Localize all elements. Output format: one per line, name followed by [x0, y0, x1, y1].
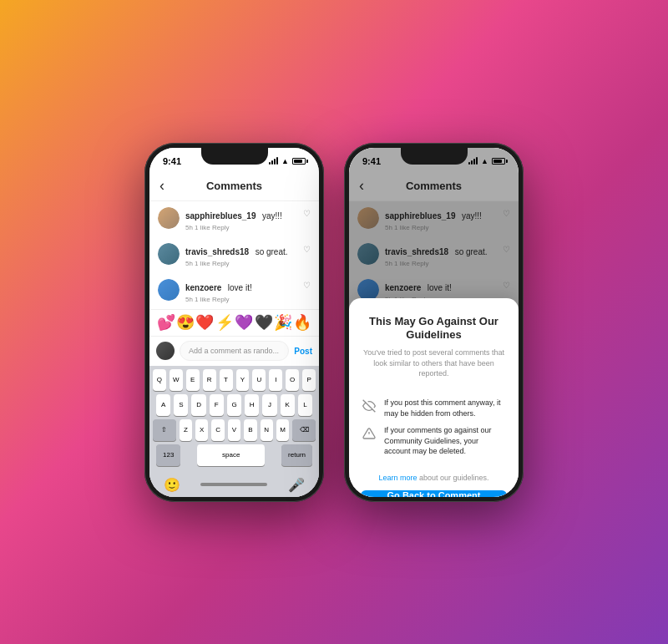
- comment-body: travis_shreds18 so great. 5h 1 like Repl…: [185, 243, 297, 267]
- notch-2: [401, 148, 468, 165]
- warning-triangle-icon: [361, 425, 377, 442]
- comment-input-bar: Add a comment as rando... Post: [149, 336, 319, 366]
- warning-text-1: If you post this comment anyway, it may …: [384, 398, 507, 418]
- phone-1: 9:41 ▲ ‹ Comments: [144, 143, 324, 502]
- emoji-bar: 💕 😍 ❤️ ⚡ 💜 🖤 🎉 🔥: [149, 309, 319, 336]
- phone-2-screen: 9:41 ▲ ‹ Comments: [349, 148, 519, 497]
- comment-body: kenzoere love it! 5h 1 like Reply: [185, 279, 297, 303]
- comment-username: travis_shreds18: [185, 247, 249, 256]
- keyboard-row-1: Q W E R T Y U I O P: [149, 366, 319, 391]
- key-y[interactable]: Y: [236, 369, 250, 391]
- avatar: [158, 207, 180, 229]
- comment-meta: 5h 1 like Reply: [185, 224, 297, 231]
- key-a[interactable]: A: [156, 394, 170, 416]
- user-avatar: [156, 342, 175, 360]
- warning-item-2: If your comments go against our Communit…: [361, 425, 507, 457]
- back-button-1[interactable]: ‹: [159, 177, 164, 195]
- key-delete[interactable]: ⌫: [292, 419, 316, 441]
- guidelines-modal: This May Go Against Our Guidelines You'v…: [349, 298, 519, 497]
- key-c[interactable]: C: [211, 419, 224, 441]
- key-g[interactable]: G: [227, 394, 241, 416]
- comment-username: sapphireblues_19: [185, 211, 256, 221]
- hidden-icon: [361, 398, 377, 414]
- key-f[interactable]: F: [210, 394, 224, 416]
- key-o[interactable]: O: [286, 369, 299, 391]
- emoji-heart[interactable]: ❤️: [195, 313, 214, 332]
- key-123[interactable]: 123: [156, 444, 180, 466]
- phones-container: 9:41 ▲ ‹ Comments: [144, 143, 524, 502]
- comment-text: so great.: [256, 247, 288, 256]
- signal-icon: [269, 157, 278, 165]
- list-item: travis_shreds18 so great. 5h 1 like Repl…: [149, 237, 319, 273]
- warning-text-2: If your comments go against our Communit…: [384, 425, 507, 457]
- modal-subtitle: You've tried to post several comments th…: [361, 347, 507, 379]
- home-indicator: [200, 483, 267, 486]
- key-p[interactable]: P: [302, 369, 316, 391]
- warning-item-1: If you post this comment anyway, it may …: [361, 398, 507, 418]
- list-item: sapphireblues_19 yay!!! 5h 1 like Reply …: [149, 201, 319, 237]
- key-j[interactable]: J: [262, 394, 276, 416]
- notch: [201, 148, 268, 165]
- comment-text: yay!!!: [262, 211, 282, 221]
- input-placeholder: Add a comment as rando...: [189, 347, 279, 355]
- mic-icon[interactable]: 🎤: [288, 477, 305, 493]
- emoji-black[interactable]: 🖤: [255, 313, 273, 332]
- key-shift[interactable]: ⇧: [153, 419, 176, 441]
- battery-icon: [292, 158, 306, 165]
- emoji-love[interactable]: 😍: [176, 313, 195, 332]
- key-v[interactable]: V: [228, 419, 240, 441]
- key-m[interactable]: M: [276, 419, 289, 441]
- learn-more-link[interactable]: Learn more: [378, 474, 417, 482]
- avatar: [158, 243, 180, 265]
- wifi-icon: ▲: [281, 157, 289, 165]
- key-u[interactable]: U: [252, 369, 266, 391]
- comment-meta: 5h 1 like Reply: [185, 296, 297, 303]
- key-h[interactable]: H: [245, 394, 259, 416]
- key-i[interactable]: I: [269, 369, 282, 391]
- keyboard-bottom-row: 123 space return: [149, 441, 319, 473]
- emoji-party[interactable]: 🎉: [274, 313, 292, 332]
- list-item: kenzoere love it! 5h 1 like Reply ♡: [149, 273, 319, 309]
- phone-1-screen: 9:41 ▲ ‹ Comments: [149, 148, 319, 497]
- emoji-lightning[interactable]: ⚡: [215, 313, 234, 332]
- key-x[interactable]: X: [195, 419, 208, 441]
- keyboard: Q W E R T Y U I O P A S D F G H: [149, 366, 319, 497]
- learn-more-text: Learn more about our guidelines.: [378, 474, 488, 482]
- modal-title: This May Go Against Our Guidelines: [361, 315, 507, 343]
- comment-input[interactable]: Add a comment as rando...: [180, 341, 289, 361]
- emoji-hearts[interactable]: 💕: [157, 313, 175, 332]
- like-icon[interactable]: ♡: [303, 279, 311, 290]
- key-k[interactable]: K: [281, 394, 295, 416]
- nav-title-1: Comments: [206, 180, 262, 192]
- phone-2: 9:41 ▲ ‹ Comments: [344, 143, 524, 502]
- comment-body: sapphireblues_19 yay!!! 5h 1 like Reply: [185, 207, 297, 231]
- key-r[interactable]: R: [203, 369, 216, 391]
- comment-username: kenzoere: [185, 283, 221, 292]
- key-e[interactable]: E: [186, 369, 200, 391]
- key-d[interactable]: D: [191, 394, 205, 416]
- comments-list-1: sapphireblues_19 yay!!! 5h 1 like Reply …: [149, 201, 319, 309]
- comment-text: love it!: [228, 283, 252, 292]
- key-n[interactable]: N: [261, 419, 273, 441]
- key-s[interactable]: S: [174, 394, 188, 416]
- like-icon[interactable]: ♡: [303, 243, 311, 254]
- key-q[interactable]: Q: [153, 369, 166, 391]
- key-b[interactable]: B: [244, 419, 256, 441]
- key-t[interactable]: T: [220, 369, 233, 391]
- key-z[interactable]: Z: [180, 419, 192, 441]
- emoji-fire[interactable]: 🔥: [293, 313, 311, 332]
- avatar: [158, 279, 180, 301]
- keyboard-row-3: ⇧ Z X C V B N M ⌫: [149, 416, 319, 441]
- go-back-button[interactable]: Go Back to Comment: [361, 490, 507, 496]
- key-space[interactable]: space: [197, 444, 265, 466]
- keyboard-bottom-bar: 🙂 🎤: [149, 473, 319, 497]
- key-return[interactable]: return: [281, 444, 312, 466]
- emoji-keyboard-icon[interactable]: 🙂: [164, 477, 180, 493]
- emoji-purple[interactable]: 💜: [235, 313, 253, 332]
- post-button[interactable]: Post: [294, 347, 312, 356]
- key-l[interactable]: L: [298, 394, 312, 416]
- key-w[interactable]: W: [170, 369, 183, 391]
- nav-bar-1: ‹ Comments: [149, 171, 319, 201]
- like-icon[interactable]: ♡: [303, 207, 311, 218]
- time-1: 9:41: [163, 156, 181, 166]
